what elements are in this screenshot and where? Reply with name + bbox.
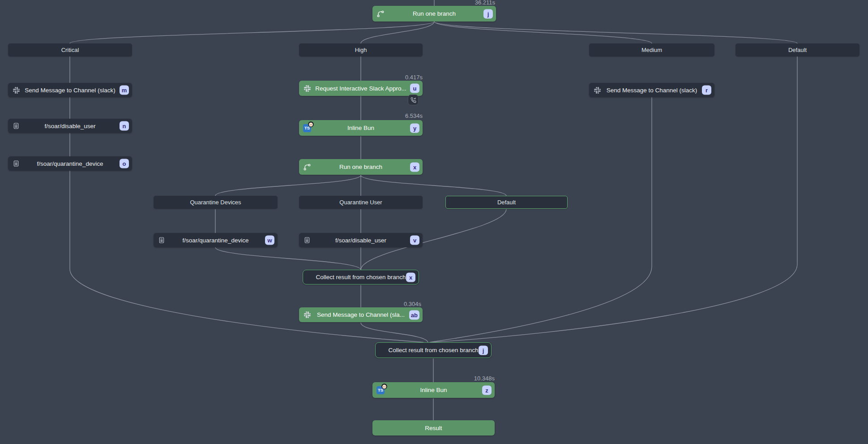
git-branch-icon: [376, 10, 385, 18]
step-id-badge: u: [410, 84, 419, 93]
node-label: Send Message to Channel (slack): [25, 87, 115, 94]
flow-graph-canvas: 36.211s Run one branch j Critical High M…: [0, 0, 868, 444]
node-inline-bun-high[interactable]: TS Inline Bun y: [299, 120, 423, 136]
branch-header-default[interactable]: Default: [735, 43, 859, 56]
timing-inline-bun-final: 10.348s: [454, 375, 495, 382]
step-id-badge: x: [406, 272, 415, 282]
timing-send-message-high: 0.304s: [381, 301, 421, 307]
script-icon: [12, 159, 20, 168]
node-label: Collect result from chosen branch: [388, 347, 478, 353]
node-label: Send Message to Channel (sla...: [317, 311, 405, 318]
step-id-badge: x: [410, 162, 419, 172]
branch-header-label: Default: [788, 47, 807, 53]
node-label: f/soar/disable_user: [44, 123, 95, 129]
node-run-one-branch-root[interactable]: Run one branch j: [372, 6, 496, 22]
node-send-message-medium[interactable]: Send Message to Channel (slack) r: [589, 83, 714, 97]
node-request-slack-approval[interactable]: Request Interactive Slack Appro... u: [299, 81, 423, 96]
slack-icon: [593, 86, 601, 94]
node-label: Run one branch: [339, 164, 382, 170]
step-id-badge: j: [483, 9, 493, 18]
branch-header-label: Quarantine Devices: [190, 199, 241, 206]
step-id-badge: m: [120, 86, 129, 95]
node-run-one-branch-high[interactable]: Run one branch x: [299, 159, 423, 175]
step-id-badge: w: [265, 236, 274, 245]
branch-header-medium[interactable]: Medium: [589, 43, 714, 56]
step-id-badge: ab: [409, 310, 419, 319]
subbranch-header-quarantine-user[interactable]: Quarantine User: [299, 196, 423, 209]
subbranch-header-default-selected[interactable]: Default: [445, 196, 568, 209]
node-label: Request Interactive Slack Appro...: [315, 85, 406, 92]
node-result[interactable]: Result: [372, 420, 495, 435]
branch-header-label: Default: [497, 199, 516, 206]
slack-icon: [303, 311, 311, 319]
branch-header-label: Medium: [641, 47, 662, 53]
node-label: Inline Bun: [347, 125, 374, 131]
timing-inline-bun-high: 6.534s: [382, 112, 423, 119]
typescript-bun-icon: TS: [303, 124, 311, 132]
node-label: f/soar/quarantine_device: [37, 160, 103, 167]
node-script-disable-user-critical[interactable]: f/soar/disable_user n: [8, 119, 132, 133]
script-icon: [158, 236, 166, 244]
node-script-quarantine-device-sub[interactable]: f/soar/quarantine_device w: [154, 233, 278, 247]
branch-header-high[interactable]: High: [299, 43, 423, 56]
subbranch-header-quarantine-devices[interactable]: Quarantine Devices: [154, 196, 278, 209]
node-label: Inline Bun: [420, 387, 447, 393]
step-id-badge: j: [479, 345, 488, 355]
script-icon: [12, 122, 20, 130]
slack-icon: [303, 84, 311, 92]
branch-header-label: Quarantine User: [339, 199, 382, 206]
step-id-badge: z: [482, 385, 492, 395]
node-script-disable-user-sub[interactable]: f/soar/disable_user v: [299, 233, 423, 247]
step-id-badge: y: [410, 123, 419, 133]
node-label: Collect result from chosen branch: [316, 274, 406, 280]
node-collect-result-high[interactable]: Collect result from chosen branch x: [303, 270, 419, 285]
node-send-message-high[interactable]: Send Message to Channel (sla... ab: [299, 307, 423, 322]
script-icon: [303, 236, 311, 244]
step-id-badge: n: [120, 121, 129, 131]
timing-root: 36.211s: [455, 0, 495, 6]
node-label: Result: [425, 425, 442, 431]
step-id-badge: o: [120, 159, 129, 168]
typescript-bun-icon: TS: [376, 386, 385, 394]
node-label: Run one branch: [413, 10, 456, 17]
node-collect-result-root[interactable]: Collect result from chosen branch j: [375, 342, 492, 358]
phone-callback-icon: [408, 95, 419, 105]
node-script-quarantine-device-critical[interactable]: f/soar/quarantine_device o: [8, 156, 132, 171]
step-id-badge: r: [702, 86, 711, 95]
flow-edges: [0, 0, 868, 444]
branch-header-label: High: [355, 47, 367, 53]
git-branch-icon: [303, 163, 311, 171]
node-label: Send Message to Channel (slack): [607, 87, 697, 94]
node-send-message-critical[interactable]: Send Message to Channel (slack) m: [8, 83, 132, 97]
step-id-badge: v: [410, 236, 419, 245]
node-label: f/soar/quarantine_device: [183, 237, 249, 244]
timing-approval: 0.417s: [382, 74, 423, 81]
node-label: f/soar/disable_user: [335, 237, 386, 244]
branch-header-label: Critical: [61, 47, 79, 53]
branch-header-critical[interactable]: Critical: [8, 43, 132, 56]
slack-icon: [12, 86, 20, 94]
node-inline-bun-final[interactable]: TS Inline Bun z: [372, 382, 495, 398]
